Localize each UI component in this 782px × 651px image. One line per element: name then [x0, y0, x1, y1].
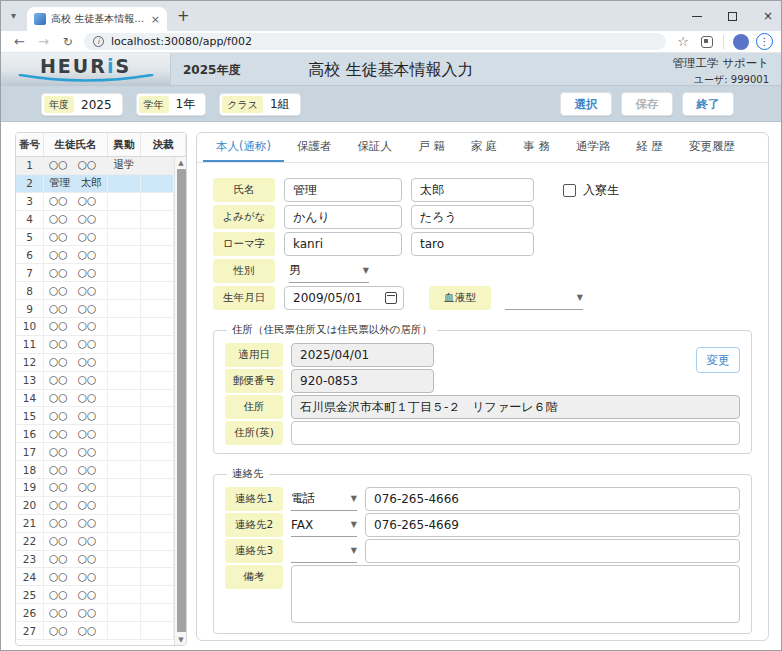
student-row[interactable]: 24 ○○ ○○ — [16, 568, 174, 586]
browser-menu-button[interactable]: ⋮ — [756, 33, 773, 50]
filter-chip[interactable]: クラス 1組 — [219, 93, 300, 116]
student-transfer — [108, 193, 141, 210]
form-tab[interactable]: 家 庭 — [458, 133, 511, 162]
student-row[interactable]: 23 ○○ ○○ — [16, 551, 174, 569]
student-row[interactable]: 17 ○○ ○○ — [16, 443, 174, 461]
back-icon[interactable]: ← — [14, 35, 25, 48]
filter-chip[interactable]: 学年 1年 — [136, 93, 207, 116]
exit-button[interactable]: 終了 — [682, 92, 734, 116]
calendar-icon[interactable] — [385, 292, 397, 304]
student-row[interactable]: 27 ○○ ○○ — [16, 622, 174, 640]
student-row[interactable]: 20 ○○ ○○ — [16, 497, 174, 515]
student-row[interactable]: 3 ○○ ○○ — [16, 193, 174, 211]
address-input — [291, 395, 740, 419]
student-number: 11 — [16, 336, 44, 353]
student-row[interactable]: 25 ○○ ○○ — [16, 586, 174, 604]
student-row[interactable]: 22 ○○ ○○ — [16, 533, 174, 551]
student-row[interactable]: 5 ○○ ○○ — [16, 229, 174, 247]
contact-type-select[interactable]: FAX ▼ — [291, 514, 357, 537]
form-tab[interactable]: 本人(通称) — [203, 133, 284, 162]
student-row[interactable]: 1 ○○ ○○ 退学 — [16, 157, 174, 175]
form-tab[interactable]: 戸 籍 — [405, 133, 458, 162]
form-tab[interactable]: 通学路 — [563, 133, 624, 162]
student-row[interactable]: 18 ○○ ○○ — [16, 461, 174, 479]
address-en-input[interactable] — [291, 421, 740, 445]
note-textarea[interactable] — [291, 565, 740, 623]
last-romaji-input[interactable] — [284, 232, 402, 256]
org-name: 管理工学 サポート — [673, 56, 769, 71]
student-row[interactable]: 13 ○○ ○○ — [16, 372, 174, 390]
form-tab[interactable]: 事 務 — [510, 133, 563, 162]
romaji-label: ローマ字 — [213, 232, 275, 256]
scroll-up-icon[interactable]: ▲ — [175, 157, 187, 168]
blood-type-select[interactable]: ▼ — [505, 287, 583, 310]
window-maximize-button[interactable] — [728, 12, 737, 21]
profile-avatar[interactable] — [733, 34, 749, 50]
student-transfer — [108, 372, 141, 389]
scroll-down-icon[interactable]: ▼ — [175, 634, 187, 645]
student-row[interactable]: 15 ○○ ○○ — [16, 407, 174, 425]
student-row[interactable]: 10 ○○ ○○ — [16, 318, 174, 336]
student-row[interactable]: 11 ○○ ○○ — [16, 336, 174, 354]
student-name: ○○ ○○ — [44, 246, 108, 263]
change-address-button[interactable]: 変更 — [696, 347, 740, 373]
form-tab[interactable]: 保護者 — [284, 133, 345, 162]
select-button[interactable]: 選択 — [560, 92, 612, 116]
student-approval — [141, 568, 174, 585]
student-approval — [141, 318, 174, 335]
last-name-input[interactable] — [284, 178, 402, 202]
address-section: 住所（住民票住所又は住民票以外の居所） 変更 適用日 郵便番号 住所 — [213, 323, 752, 454]
birthdate-label: 生年月日 — [213, 286, 275, 310]
first-kana-input[interactable] — [411, 205, 534, 229]
filter-chip[interactable]: 年度 2025 — [41, 93, 123, 116]
form-tab[interactable]: 保証人 — [344, 133, 405, 162]
student-row[interactable]: 16 ○○ ○○ — [16, 425, 174, 443]
student-row[interactable]: 19 ○○ ○○ — [16, 479, 174, 497]
tab-groups-icon[interactable] — [701, 36, 713, 48]
contact-type-select[interactable]: 電話 ▼ — [291, 488, 357, 511]
filter-value: 1年 — [169, 96, 204, 113]
student-row[interactable]: 4 ○○ ○○ — [16, 211, 174, 229]
last-kana-input[interactable] — [284, 205, 402, 229]
student-row[interactable]: 6 ○○ ○○ — [16, 246, 174, 264]
address-bar[interactable]: i localhost:30080/app/f002 — [84, 33, 666, 50]
student-row[interactable]: 21 ○○ ○○ — [16, 515, 174, 533]
list-scrollbar[interactable]: ▲ ▼ — [174, 157, 186, 645]
student-approval — [141, 175, 174, 192]
student-name: ○○ ○○ — [44, 282, 108, 299]
student-row[interactable]: 2 管理 太郎 — [16, 175, 174, 193]
reload-icon[interactable]: ↻ — [63, 36, 73, 48]
student-row[interactable]: 26 ○○ ○○ — [16, 604, 174, 622]
tab-close-icon[interactable]: × — [151, 14, 160, 25]
contact-type-select[interactable]: ▼ — [291, 540, 357, 563]
divider — [723, 35, 724, 49]
window-close-button[interactable]: × — [763, 10, 773, 22]
student-row[interactable]: 8 ○○ ○○ — [16, 282, 174, 300]
tab-search-chevron-icon[interactable]: ▾ — [11, 10, 16, 21]
scrollbar-thumb[interactable] — [177, 169, 186, 632]
contact-value-input[interactable] — [365, 513, 740, 537]
student-approval — [141, 354, 174, 371]
new-tab-button[interactable]: + — [177, 7, 190, 25]
student-name: ○○ ○○ — [44, 586, 108, 603]
student-transfer — [108, 461, 141, 478]
bookmark-star-icon[interactable]: ☆ — [677, 34, 689, 49]
student-row[interactable]: 7 ○○ ○○ — [16, 264, 174, 282]
form-tab[interactable]: 変更履歴 — [676, 133, 748, 162]
student-row[interactable]: 14 ○○ ○○ — [16, 390, 174, 408]
contact-value-input[interactable] — [365, 539, 740, 563]
student-row[interactable]: 9 ○○ ○○ — [16, 300, 174, 318]
first-name-input[interactable] — [411, 178, 534, 202]
site-info-icon[interactable]: i — [93, 36, 104, 47]
url-text[interactable]: localhost:30080/app/f002 — [111, 35, 252, 48]
form-tab[interactable]: 経 歴 — [623, 133, 676, 162]
gender-select[interactable]: 男 ▼ — [289, 260, 369, 283]
window-minimize-button[interactable] — [692, 16, 702, 17]
student-row[interactable]: 12 ○○ ○○ — [16, 354, 174, 372]
contact-value-input[interactable] — [365, 487, 740, 511]
browser-tab[interactable]: 高校 生徒基本情報入力 - HEURI × — [27, 7, 167, 31]
col-transfer: 異動 — [108, 133, 141, 156]
chevron-down-icon: ▼ — [363, 266, 369, 275]
dorm-checkbox[interactable] — [563, 184, 576, 197]
first-romaji-input[interactable] — [411, 232, 534, 256]
